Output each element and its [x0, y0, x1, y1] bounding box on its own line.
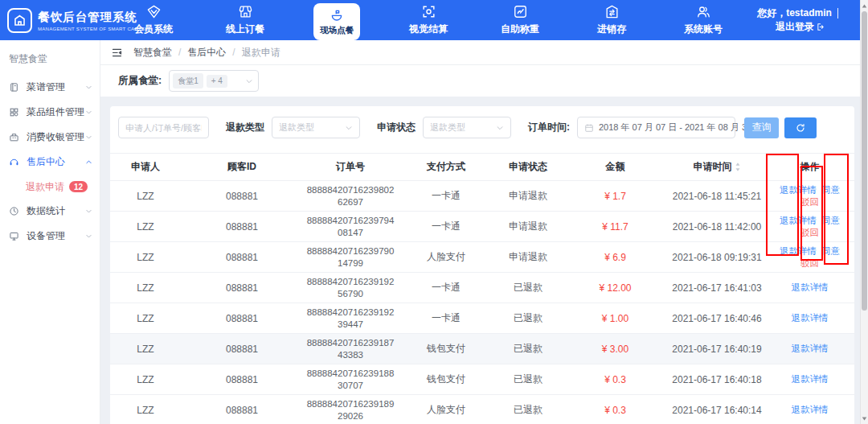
cell-payment: 一卡通: [398, 181, 494, 212]
cell-payment: 人脸支付: [398, 242, 494, 273]
table-row: LZZ 088881 8888842071623979408147 一卡通 申请…: [110, 212, 854, 242]
canteen-filter-row: 所属食堂: 食堂1 + 4: [100, 65, 860, 97]
cell-actions: 退款详情同意驳回: [765, 212, 854, 242]
cell-customer-id: 088881: [181, 303, 303, 334]
nav-item-inventory[interactable]: 进销存: [566, 0, 657, 40]
components-icon: [9, 107, 19, 117]
table-body: LZZ 088881 8888842071623980262697 一卡通 申请…: [110, 181, 854, 424]
cell-customer-id: 088881: [181, 212, 303, 242]
apply-status-select[interactable]: 退款类型: [423, 117, 511, 138]
cell-status: 申请退款: [494, 242, 562, 273]
sidebar-item-label: 菜谱管理: [27, 80, 65, 94]
statistics-clock-icon: [9, 206, 19, 216]
sidebar-item-data-statistics[interactable]: 数据统计: [0, 199, 100, 224]
refund-detail-link[interactable]: 退款详情: [792, 374, 829, 384]
user-greeting: 您好，testadmin: [757, 6, 832, 20]
cell-order-no: 8888842071623918830707: [303, 364, 398, 395]
app-logo-icon: [7, 8, 32, 33]
table-row: LZZ 088881 8888842071623979014799 人脸支付 申…: [110, 242, 854, 273]
scrollbar-up-arrow[interactable]: [861, 1, 868, 10]
vertical-scrollbar[interactable]: [860, 0, 868, 424]
approve-link[interactable]: 同意: [821, 246, 840, 256]
cell-status: 已退款: [494, 273, 562, 303]
nav-item-label: 进销存: [597, 23, 626, 36]
refund-detail-link[interactable]: 退款详情: [780, 216, 817, 225]
cell-order-no: 8888842071623979408147: [303, 212, 398, 242]
cell-applicant: LZZ: [110, 334, 181, 364]
chevron-down-icon: [85, 84, 92, 91]
nav-item-label: 线上订餐: [226, 23, 264, 36]
cell-actions: 退款详情: [765, 273, 854, 303]
cell-payment: 钱包支付: [398, 334, 494, 364]
sidebar-subitem-refund-application[interactable]: 退款申请 12: [0, 175, 100, 199]
cell-order-no: 8888842071623980262697: [303, 181, 398, 212]
nav-item-label: 自助称重: [501, 23, 539, 36]
canteen-multiselect[interactable]: 食堂1 + 4: [169, 70, 259, 92]
sidebar-item-dish-components[interactable]: 菜品组件管理: [0, 100, 100, 125]
cell-actions: 退款详情: [765, 395, 854, 424]
vip-diamond-icon: [146, 4, 162, 19]
nav-item-online-order[interactable]: 线上订餐: [199, 0, 291, 40]
refresh-icon: [796, 123, 805, 133]
refund-detail-link[interactable]: 退款详情: [780, 246, 817, 256]
cell-customer-id: 088881: [181, 181, 303, 212]
cell-applicant: LZZ: [110, 212, 181, 242]
query-button[interactable]: 查询: [744, 117, 779, 138]
refund-detail-link[interactable]: 退款详情: [780, 185, 817, 195]
sidebar-item-label: 设备管理: [27, 229, 65, 243]
main-content: 智慧食堂 / 售后中心 / 退款申请 所属食堂: 食堂1 + 4 退款类型 退款…: [100, 40, 860, 424]
top-navigation-bar: 餐饮后台管理系统 MANAGEMENT SYSTEM OF SMART CANT…: [0, 0, 860, 40]
search-filter-row: 退款类型 退款类型 申请状态 退款类型 订单时间: 2018 年 07 月 07…: [110, 106, 854, 148]
nav-item-member-system[interactable]: 会员系统: [108, 0, 199, 40]
nav-item-visual-checkout[interactable]: 视觉结算: [383, 0, 474, 40]
refresh-button[interactable]: [784, 117, 817, 138]
refund-table-card: 退款类型 退款类型 申请状态 退款类型 订单时间: 2018 年 07 月 07…: [110, 106, 854, 424]
approve-link[interactable]: 同意: [821, 185, 840, 195]
sidebar-item-device-management[interactable]: 设备管理: [0, 224, 100, 249]
date-range-picker[interactable]: 2018 年 07 月 07 日 - 2021 年 08 月 31 日: [577, 117, 735, 138]
approve-link[interactable]: 同意: [821, 216, 840, 225]
refund-detail-link[interactable]: 退款详情: [792, 282, 829, 292]
nav-item-self-weighing[interactable]: 自助称重: [474, 0, 566, 40]
reject-link[interactable]: 驳回: [800, 228, 819, 237]
sidebar-item-recipe-management[interactable]: 菜谱管理: [0, 75, 100, 100]
refund-type-label: 退款类型: [226, 121, 264, 134]
refund-detail-link[interactable]: 退款详情: [792, 313, 829, 323]
inventory-icon: [604, 4, 620, 19]
cell-payment: 一卡通: [398, 303, 494, 334]
search-input[interactable]: [118, 117, 209, 138]
sidebar-item-aftersales-center[interactable]: 售后中心: [0, 150, 100, 175]
chevron-down-icon: [496, 124, 504, 132]
chevron-down-icon: [85, 134, 92, 141]
header-order-no: 订单号: [303, 154, 398, 181]
menu-book-icon: [9, 82, 19, 93]
cell-actions: 退款详情同意驳回: [765, 181, 854, 212]
scrollbar-thumb[interactable]: [862, 11, 867, 311]
sidebar-item-cashier-management[interactable]: 消费收银管理: [0, 125, 100, 150]
cell-status: 已退款: [494, 334, 562, 364]
header-amount: 金额: [562, 154, 669, 181]
refund-type-select[interactable]: 退款类型: [272, 117, 360, 138]
breadcrumb-item[interactable]: 售后中心: [187, 46, 226, 60]
active-tab-highlight: 现场点餐: [313, 3, 360, 40]
breadcrumb-item[interactable]: 智慧食堂: [133, 46, 172, 60]
date-range-value: 2018 年 07 月 07 日 - 2021 年 08 月 31 日: [599, 121, 763, 134]
nav-item-system-account[interactable]: 系统账号: [657, 0, 749, 40]
cell-apply-time: 2021-06-18 11:45:21: [669, 181, 765, 212]
scrollbar-down-arrow[interactable]: [861, 414, 868, 423]
nav-item-onsite-order-active[interactable]: 现场点餐: [291, 0, 383, 40]
refund-detail-link[interactable]: 退款详情: [792, 344, 829, 353]
menu-fold-icon[interactable]: [111, 47, 123, 59]
cell-payment: 钱包支付: [398, 364, 494, 395]
cell-apply-time: 2021-06-17 16:41:03: [669, 273, 765, 303]
refund-detail-link[interactable]: 退款详情: [792, 405, 829, 414]
header-apply-time[interactable]: 申请时间: [669, 154, 765, 181]
cell-order-no: 8888842071623919256790: [303, 273, 398, 303]
cell-amount: ¥ 0.3: [562, 395, 669, 424]
logout-button[interactable]: 退出登录: [776, 20, 825, 34]
refund-type-placeholder: 退款类型: [279, 121, 314, 134]
reject-link[interactable]: 驳回: [800, 258, 819, 268]
cell-applicant: LZZ: [110, 395, 181, 424]
sort-icon[interactable]: [735, 162, 741, 172]
reject-link[interactable]: 驳回: [800, 197, 819, 207]
